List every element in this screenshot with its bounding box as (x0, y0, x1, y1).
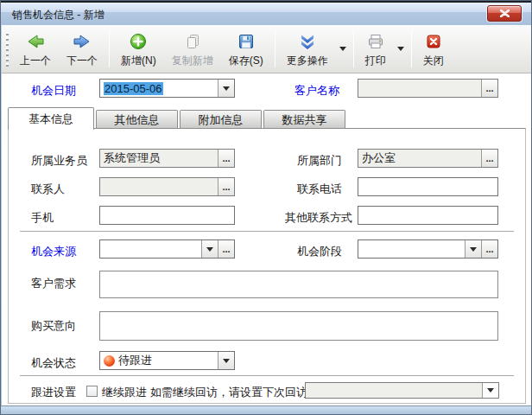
contact-lookup-button[interactable]: ... (218, 178, 234, 195)
salesman-lookup-button[interactable]: ... (218, 150, 234, 167)
follow-settings-label: 跟进设置 (31, 385, 76, 400)
mobile-input[interactable] (99, 206, 235, 225)
next-visit-date-combo[interactable] (305, 382, 499, 399)
salesman-value: 系统管理员 (100, 150, 218, 166)
chevron-down-icon (223, 359, 230, 363)
customer-lookup-button[interactable]: ... (481, 80, 497, 97)
stage-lookup-button[interactable]: ... (481, 240, 497, 258)
source-lookup-button[interactable]: ... (218, 240, 234, 258)
window-bottom-border (1, 405, 532, 415)
stage-label: 机会阶段 (297, 244, 342, 259)
department-label: 所属部门 (297, 153, 342, 169)
toolbar-separator (275, 30, 276, 67)
chevron-down-icon (206, 247, 213, 252)
contact-label: 联系人 (31, 182, 65, 197)
chevron-down-icon (487, 388, 494, 393)
contact-field[interactable]: ... (99, 177, 235, 196)
next-button[interactable]: 下一个 (59, 27, 105, 73)
chevron-down-icon (223, 86, 230, 91)
tab-panel-basic-info (8, 128, 526, 404)
customer-label: 客户名称 (294, 83, 339, 99)
plus-circle-icon (129, 32, 148, 51)
prev-label: 上一个 (20, 54, 51, 68)
new-label: 新增(N) (121, 54, 156, 68)
more-actions-label: 更多操作 (287, 54, 328, 68)
close-button[interactable]: 关闭 (415, 27, 452, 73)
dialog-window: 销售机会信息 - 新增 上一个 下一个 (0, 0, 532, 415)
titlebar-close-button[interactable] (487, 5, 522, 22)
status-combo[interactable]: 待跟进 (99, 351, 235, 370)
arrow-right-icon (73, 32, 92, 51)
status-value: 待跟进 (118, 353, 218, 368)
salesman-label: 所属业务员 (31, 153, 87, 169)
toolbar-separator (109, 30, 110, 67)
tab-other-info[interactable]: 其他信息 (96, 110, 178, 129)
status-dot-icon (104, 355, 115, 367)
close-icon (500, 10, 510, 17)
titlebar[interactable]: 销售机会信息 - 新增 (1, 1, 532, 25)
arrow-left-icon (26, 32, 45, 51)
stage-dropdown-button[interactable] (465, 240, 481, 258)
save-icon (237, 32, 256, 51)
tab-bar: 基本信息 其他信息 附加信息 数据共享 (1, 107, 532, 129)
department-lookup-button[interactable]: ... (481, 150, 497, 167)
department-value: 办公室 (358, 150, 481, 166)
chevron-down-icon (339, 47, 346, 51)
toolbar-separator (411, 30, 412, 67)
date-value: 2015-05-06 (100, 82, 218, 95)
new-button[interactable]: 新增(N) (113, 27, 164, 73)
continue-follow-checkbox[interactable] (86, 386, 98, 397)
close-label: 关闭 (423, 54, 444, 68)
date-combo[interactable]: 2015-05-06 (99, 79, 235, 98)
prev-button[interactable]: 上一个 (12, 27, 59, 73)
printer-icon (366, 32, 385, 51)
more-actions-dropdown-arrow[interactable] (336, 25, 350, 73)
chevron-down-icon (470, 247, 477, 252)
continue-follow-label: 继续跟进 (102, 385, 147, 400)
demand-textarea[interactable] (99, 271, 498, 298)
status-label: 机会状态 (31, 355, 76, 371)
next-visit-dropdown-button[interactable] (482, 383, 498, 398)
intention-textarea[interactable] (99, 311, 498, 341)
tab-basic-info[interactable]: 基本信息 (8, 107, 94, 130)
source-dropdown-button[interactable] (201, 240, 218, 258)
print-button[interactable]: 打印 (358, 27, 394, 73)
print-dropdown-arrow[interactable] (394, 25, 408, 73)
more-actions-button[interactable]: 更多操作 (279, 27, 336, 73)
department-field[interactable]: 办公室 ... (358, 149, 498, 168)
tab-extra-info[interactable]: 附加信息 (180, 110, 262, 129)
double-chevron-down-icon (298, 32, 317, 51)
window-title: 销售机会信息 - 新增 (12, 8, 104, 22)
divider (20, 231, 514, 232)
phone-label: 联系电话 (297, 182, 342, 197)
other-contact-input[interactable] (358, 206, 498, 225)
demand-label: 客户需求 (31, 276, 76, 291)
copy-new-label: 复制新增 (172, 54, 213, 68)
other-contact-label: 其他联系方式 (285, 210, 352, 226)
tab-data-share[interactable]: 数据共享 (263, 110, 345, 129)
print-label: 打印 (365, 54, 386, 68)
date-dropdown-button[interactable] (218, 80, 234, 97)
stage-combo[interactable]: ... (358, 239, 498, 259)
next-label: 下一个 (66, 54, 98, 68)
customer-field[interactable]: ... (358, 79, 498, 98)
close-red-icon (424, 32, 443, 51)
salesman-field[interactable]: 系统管理员 ... (99, 149, 235, 168)
status-dropdown-button[interactable] (218, 352, 234, 369)
divider (20, 375, 514, 376)
save-button[interactable]: 保存(S) (221, 27, 271, 73)
intention-label: 购买意向 (31, 318, 76, 334)
date-label: 机会日期 (31, 83, 76, 99)
toolbar: 上一个 下一个 新增(N) 复制 (2, 25, 532, 73)
phone-input[interactable] (358, 177, 498, 196)
toolbar-grip[interactable] (6, 32, 9, 67)
copy-new-button: 复制新增 (164, 27, 221, 73)
date-selected-text: 2015-05-06 (104, 82, 163, 95)
mobile-label: 手机 (31, 210, 54, 226)
source-combo[interactable]: ... (99, 239, 235, 259)
save-label: 保存(S) (229, 54, 263, 68)
toolbar-separator (353, 30, 354, 67)
copy-icon (183, 32, 202, 51)
chevron-down-icon (397, 47, 404, 51)
source-label: 机会来源 (31, 244, 76, 259)
